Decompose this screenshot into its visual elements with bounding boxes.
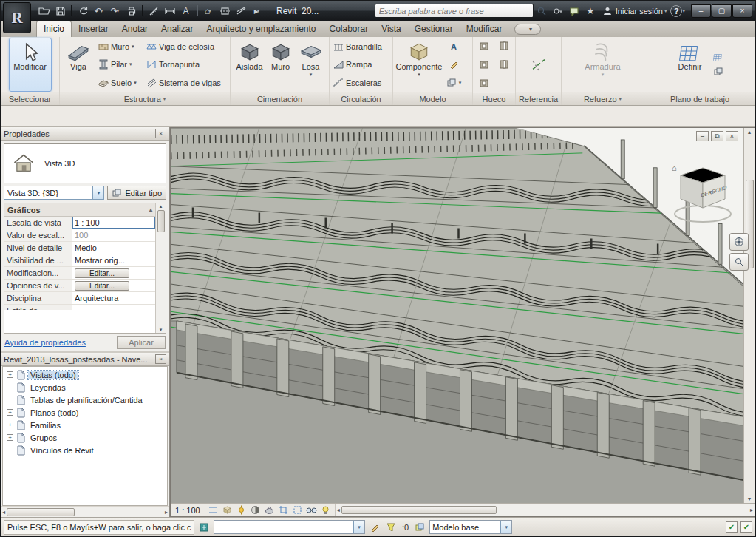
tab-colaborar[interactable]: Colaborar xyxy=(323,21,375,37)
category-graficos[interactable]: Gráficos ▴ xyxy=(4,203,155,217)
detail-level-icon[interactable] xyxy=(207,504,219,516)
tree-item-grupos[interactable]: + Grupos xyxy=(3,431,167,444)
temporary-hide-isolate-icon[interactable] xyxy=(305,504,318,516)
view-minimize-icon[interactable]: – xyxy=(696,131,709,141)
properties-scrollbar[interactable]: ▴ ▾ xyxy=(155,203,166,333)
panel-label-cimentacion[interactable]: Cimentación xyxy=(231,92,329,105)
hueco-forma-button[interactable] xyxy=(499,41,509,53)
workset-dropdown-icon[interactable]: ▾ xyxy=(353,521,364,533)
subscription-center-icon[interactable] xyxy=(550,4,566,18)
panel-label-modelo[interactable]: Modelo xyxy=(393,92,472,105)
panel-label-plano-de-trabajo[interactable]: Plano de trabajo xyxy=(644,92,755,105)
muro-cimentacion-button[interactable]: Muro xyxy=(266,38,296,92)
opciones-editar-button[interactable]: Editar... xyxy=(75,281,129,291)
viga-de-celosia-button[interactable]: Viga de celosía xyxy=(144,39,227,55)
communication-center-icon[interactable] xyxy=(566,4,582,18)
text-button[interactable]: A xyxy=(178,4,194,18)
expand-icon[interactable]: + xyxy=(7,434,13,441)
tree-item-leyendas[interactable]: Leyendas xyxy=(3,381,167,394)
redo-button[interactable]: ↷▾ xyxy=(107,4,123,18)
tree-item-planos[interactable]: + Planos (todo) xyxy=(3,406,167,419)
escaleras-button[interactable]: Escaleras xyxy=(331,75,391,90)
open-button[interactable] xyxy=(36,4,52,18)
project-browser-header[interactable]: Revit_2013_losas_postesadas - Nave... × xyxy=(1,353,169,366)
tornapunta-button[interactable]: Tornapunta xyxy=(144,57,227,72)
scroll-right-icon[interactable]: ▸ xyxy=(165,509,168,516)
nivel-de-detalle-value[interactable]: Medio xyxy=(72,242,155,254)
hueco-vertical-button[interactable] xyxy=(499,59,509,71)
expand-icon[interactable]: + xyxy=(7,409,13,416)
viga-button[interactable]: Viga xyxy=(61,38,95,92)
tab-gestionar[interactable]: Gestionar xyxy=(408,21,460,37)
scroll-down-icon[interactable]: ▾ xyxy=(160,327,163,333)
mostrar-plano-button[interactable] xyxy=(713,52,723,64)
disciplina-value[interactable]: Arquitectura xyxy=(72,292,155,304)
show-crop-region-icon[interactable] xyxy=(291,504,304,516)
print-button[interactable] xyxy=(123,4,139,18)
panel-label-referencia[interactable]: Referencia xyxy=(516,92,561,105)
definir-button[interactable]: Definir xyxy=(672,38,708,92)
scroll-left-icon[interactable]: ◂ xyxy=(2,509,5,516)
selection-filter-icon[interactable] xyxy=(384,521,398,533)
tab-arquitecto-y-emplazamiento[interactable]: Arquitecto y emplazamiento xyxy=(200,21,322,37)
vertical-scrollbar[interactable]: ▴ ▾ xyxy=(743,128,755,503)
browser-horizontal-scrollbar[interactable]: ◂ ▸ xyxy=(1,506,169,517)
panel-label-hueco[interactable]: Hueco xyxy=(473,93,515,105)
type-selector[interactable]: Vista 3D xyxy=(4,143,166,183)
componente-button[interactable]: Componente ▾ xyxy=(395,38,443,92)
hueco-buhardilla-button[interactable] xyxy=(479,78,489,90)
search-input[interactable] xyxy=(375,7,533,16)
visual-style-icon[interactable] xyxy=(221,504,234,516)
properties-close-icon[interactable]: × xyxy=(155,129,166,138)
grupo-de-modelo-button[interactable]: ▾ xyxy=(444,75,464,90)
expand-icon[interactable]: + xyxy=(7,422,13,428)
view-close-icon[interactable]: × xyxy=(726,131,738,141)
design-options-icon[interactable] xyxy=(413,521,426,533)
pilar-button[interactable]: Pilar▾ xyxy=(96,57,143,72)
hueco-por-cara-button[interactable] xyxy=(479,41,489,53)
section-button[interactable] xyxy=(217,4,232,18)
losa-button[interactable]: Losa ▾ xyxy=(296,38,326,92)
measure-button[interactable] xyxy=(146,4,161,18)
editable-only-icon[interactable] xyxy=(368,521,381,533)
modificaciones-editar-button[interactable]: Editar... xyxy=(75,268,129,278)
scroll-thumb[interactable] xyxy=(341,506,497,514)
apply-button[interactable]: Aplicar xyxy=(117,336,166,349)
shadows-icon[interactable] xyxy=(249,504,262,516)
sign-in-button[interactable]: Iniciar sesión ▾ xyxy=(602,6,667,16)
horizontal-scrollbar[interactable]: ◂ ▸ xyxy=(335,504,755,516)
favorites-star-icon[interactable]: ★ xyxy=(582,4,599,18)
hueco-muro-button[interactable] xyxy=(479,59,489,71)
zoom-button[interactable] xyxy=(729,253,749,271)
scroll-left-icon[interactable]: ◂ xyxy=(337,507,340,513)
workset-selector[interactable]: ▾ xyxy=(214,520,365,534)
tree-item-vistas[interactable]: + Vistas (todo) xyxy=(3,368,167,381)
tab-modificar[interactable]: Modificar xyxy=(460,21,509,37)
sync-button[interactable] xyxy=(75,4,90,18)
sistema-de-vigas-button[interactable]: Sistema de vigas xyxy=(144,75,227,90)
minimize-button[interactable]: – xyxy=(691,4,711,18)
edit-type-button[interactable]: Editar tipo xyxy=(107,186,166,200)
suelo-button[interactable]: Suelo▾ xyxy=(96,75,143,90)
worksets-icon[interactable] xyxy=(197,521,211,533)
panel-label-estructura[interactable]: Estructura▾ xyxy=(60,92,230,105)
exclude-options-checkbox[interactable]: ✔ xyxy=(726,521,738,533)
tab-anotar[interactable]: Anotar xyxy=(115,21,154,37)
visibilidad-value[interactable]: Mostrar orig... xyxy=(72,254,155,266)
search-icon[interactable] xyxy=(534,4,550,18)
tab-vista[interactable]: Vista xyxy=(375,21,407,37)
properties-help-link[interactable]: Ayuda de propiedades xyxy=(4,338,86,347)
undo-button[interactable]: ↶▾ xyxy=(91,4,106,18)
design-option-dropdown-icon[interactable]: ▾ xyxy=(500,521,511,533)
instance-selector-dropdown-icon[interactable]: ▾ xyxy=(92,186,103,199)
tab-inicio[interactable]: Inicio xyxy=(36,21,72,37)
visor-plano-button[interactable] xyxy=(713,67,723,78)
scroll-down-icon[interactable]: ▾ xyxy=(748,496,751,502)
tree-item-familias[interactable]: + Familias xyxy=(3,419,167,431)
view-restore-icon[interactable]: ⧉ xyxy=(711,131,723,141)
linea-de-modelo-button[interactable] xyxy=(446,57,461,72)
properties-header[interactable]: Propiedades × xyxy=(1,127,169,141)
tab-insertar[interactable]: Insertar xyxy=(72,21,115,37)
barandilla-button[interactable]: Barandilla xyxy=(331,39,391,55)
crop-view-icon[interactable] xyxy=(277,504,290,516)
